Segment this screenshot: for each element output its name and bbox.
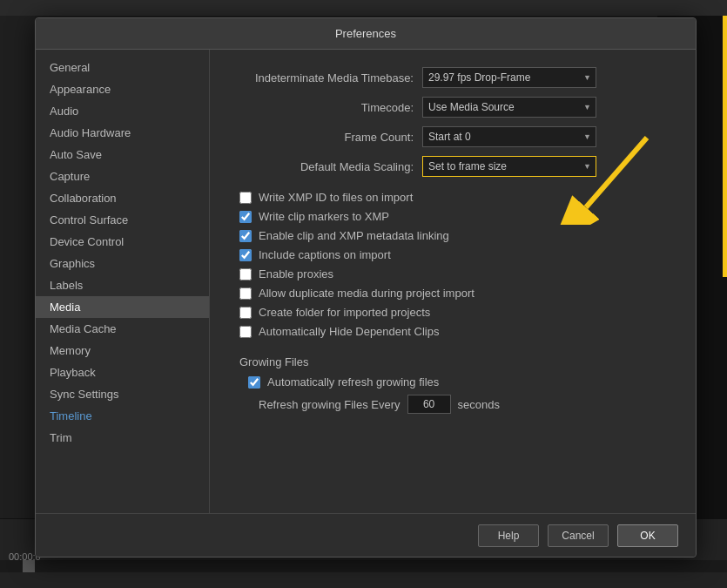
checkbox-row-3: Include captions on import	[231, 248, 675, 261]
refresh-interval-input[interactable]	[407, 395, 451, 414]
checkbox-label-3: Include captions on import	[259, 248, 391, 261]
checkbox-row-4: Enable proxies	[231, 267, 675, 280]
growing-files-section: Growing Files Automatically refresh grow…	[231, 355, 675, 414]
indeterminate-label: Indeterminate Media Timebase:	[231, 71, 422, 84]
checkbox-0[interactable]	[239, 192, 252, 204]
sidebar-item-control-surface[interactable]: Control Surface	[36, 209, 209, 231]
refresh-interval-row: Refresh growing Files Every seconds	[239, 395, 675, 414]
frame-count-select-wrapper: Start at 0	[422, 126, 596, 147]
sidebar-item-trim[interactable]: Trim	[36, 427, 209, 449]
default-scaling-row: Default Media Scaling: Set to frame size	[231, 156, 675, 177]
sidebar-item-auto-save[interactable]: Auto Save	[36, 144, 209, 166]
sidebar-item-memory[interactable]: Memory	[36, 340, 209, 362]
dialog-footer: Help Cancel OK	[36, 513, 696, 557]
sidebar-item-media[interactable]: Media	[36, 296, 209, 318]
sidebar-item-general[interactable]: General	[36, 57, 209, 78]
frame-count-select[interactable]: Start at 0	[422, 126, 596, 147]
sidebar-item-device-control[interactable]: Device Control	[36, 231, 209, 253]
sidebar-item-sync-settings[interactable]: Sync Settings	[36, 383, 209, 405]
sidebar-item-media-cache[interactable]: Media Cache	[36, 318, 209, 340]
checkbox-2[interactable]	[239, 230, 252, 242]
default-scaling-select[interactable]: Set to frame size	[422, 156, 596, 177]
checkbox-row-6: Create folder for imported projects	[231, 306, 675, 319]
main-content: Indeterminate Media Timebase: 29.97 fps …	[210, 50, 696, 513]
checkbox-label-2: Enable clip and XMP metadata linking	[259, 229, 449, 242]
checkbox-label-0: Write XMP ID to files on import	[259, 191, 413, 204]
timecode-select-wrapper: Use Media Source	[422, 97, 596, 118]
timecode-label: Timecode:	[231, 101, 422, 114]
checkbox-3[interactable]	[239, 249, 252, 261]
checkbox-4[interactable]	[239, 268, 252, 280]
sidebar-item-audio[interactable]: Audio	[36, 100, 209, 122]
checkbox-6[interactable]	[239, 307, 252, 319]
sidebar: GeneralAppearanceAudioAudio HardwareAuto…	[36, 50, 210, 513]
frame-count-label: Frame Count:	[231, 131, 422, 144]
checkbox-label-7: Automatically Hide Dependent Clips	[259, 325, 439, 338]
checkbox-5[interactable]	[239, 287, 252, 300]
indeterminate-select-wrapper: 29.97 fps Drop-Frame	[422, 67, 596, 88]
sidebar-item-labels[interactable]: Labels	[36, 274, 209, 296]
indeterminate-select[interactable]: 29.97 fps Drop-Frame	[422, 67, 596, 88]
checkbox-section: Write XMP ID to files on importWrite cli…	[231, 191, 675, 338]
checkbox-label-1: Write clip markers to XMP	[259, 210, 389, 223]
checkbox-label-4: Enable proxies	[259, 267, 333, 280]
default-scaling-select-wrapper: Set to frame size	[422, 156, 596, 177]
default-scaling-label: Default Media Scaling:	[231, 160, 422, 173]
dialog-title-bar: Preferences	[36, 18, 696, 50]
auto-refresh-label: Automatically refresh growing files	[267, 375, 439, 389]
checkbox-label-5: Allow duplicate media during project imp…	[259, 287, 475, 300]
sidebar-item-graphics[interactable]: Graphics	[36, 253, 209, 274]
timecode-row: Timecode: Use Media Source	[231, 97, 675, 118]
sidebar-item-appearance[interactable]: Appearance	[36, 78, 209, 100]
checkbox-row-5: Allow duplicate media during project imp…	[231, 287, 675, 300]
sidebar-item-playback[interactable]: Playback	[36, 362, 209, 383]
auto-refresh-row: Automatically refresh growing files	[239, 375, 675, 389]
checkbox-row-1: Write clip markers to XMP	[231, 210, 675, 223]
checkbox-row-7: Automatically Hide Dependent Clips	[231, 325, 675, 338]
help-button[interactable]: Help	[478, 524, 539, 547]
timecode-select[interactable]: Use Media Source	[422, 97, 596, 118]
auto-refresh-checkbox[interactable]	[248, 376, 260, 389]
sidebar-item-timeline[interactable]: Timeline	[36, 405, 209, 427]
checkbox-row-2: Enable clip and XMP metadata linking	[231, 229, 675, 242]
checkbox-label-6: Create folder for imported projects	[259, 306, 430, 319]
cancel-button[interactable]: Cancel	[548, 524, 609, 547]
sidebar-item-collaboration[interactable]: Collaboration	[36, 187, 209, 209]
dialog-title: Preferences	[335, 27, 396, 40]
ok-button[interactable]: OK	[617, 524, 678, 547]
sidebar-item-audio-hardware[interactable]: Audio Hardware	[36, 122, 209, 144]
preferences-dialog: Preferences GeneralAppearanceAudioAudio …	[35, 17, 697, 558]
checkbox-7[interactable]	[239, 326, 252, 338]
indeterminate-row: Indeterminate Media Timebase: 29.97 fps …	[231, 67, 675, 88]
growing-files-title: Growing Files	[239, 355, 675, 368]
refresh-every-label: Refresh growing Files Every	[259, 398, 401, 411]
frame-count-row: Frame Count: Start at 0	[231, 126, 675, 147]
dialog-body: GeneralAppearanceAudioAudio HardwareAuto…	[36, 50, 696, 513]
checkbox-1[interactable]	[239, 211, 252, 223]
checkbox-row-0: Write XMP ID to files on import	[231, 191, 675, 204]
sidebar-item-capture[interactable]: Capture	[36, 166, 209, 187]
refresh-unit-label: seconds	[458, 398, 500, 411]
